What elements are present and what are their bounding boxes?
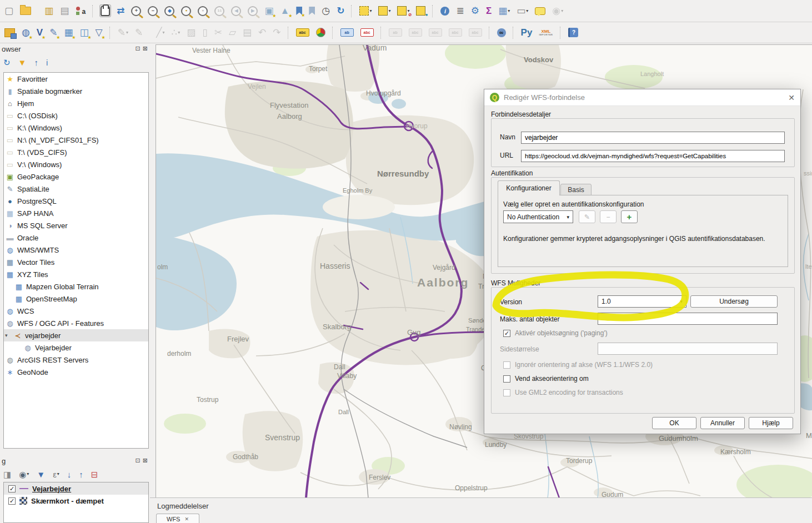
help-button[interactable]: Hjælp xyxy=(749,417,793,429)
zoom-native-resolution-button[interactable]: 1:1 xyxy=(213,5,225,17)
dialog-close-button[interactable]: ✕ xyxy=(788,93,795,102)
select-features-button[interactable]: ▾ xyxy=(358,5,373,17)
digitize-segment-dropdown-icon[interactable]: ▾ xyxy=(162,31,164,35)
invert-axis-checkbox[interactable] xyxy=(503,375,510,383)
digitize-segment-button[interactable]: ╱▾ xyxy=(155,27,166,38)
cancel-button[interactable]: Annuller xyxy=(700,417,745,429)
browser-item-t-vds-cifs[interactable]: ▭T:\ (VDS_CIFS) xyxy=(4,146,148,158)
show-spatial-bookmarks-button[interactable] xyxy=(308,6,316,16)
auth-edit-button[interactable]: ✎ xyxy=(579,210,595,223)
measure-button[interactable]: ▭▾ xyxy=(515,5,529,17)
layers-panel-close-button[interactable]: ⊠ xyxy=(143,457,148,464)
vertex-tool-dropdown-icon[interactable]: ▾ xyxy=(178,31,180,35)
run-feature-action-button[interactable]: ◉▾ xyxy=(551,5,564,17)
max-features-input[interactable] xyxy=(598,313,778,325)
auth-add-button[interactable]: + xyxy=(621,210,638,223)
log-tab-wfs[interactable]: WFS ✕ xyxy=(156,514,199,523)
layer-visibility-checkbox[interactable]: ✓ xyxy=(8,485,16,492)
layer-visibility-checkbox[interactable]: ✓ xyxy=(8,497,16,505)
layer-diagram-options-button[interactable] xyxy=(315,27,327,38)
select-features-by-value-button[interactable]: ▾ xyxy=(377,5,392,17)
data-source-manager-button[interactable] xyxy=(3,27,16,38)
refresh-map-button[interactable]: ↻ xyxy=(335,5,345,17)
add-ogc-layer-button[interactable]: ◍★ xyxy=(21,27,31,38)
toggle-editing-button[interactable]: ✎ xyxy=(134,27,144,38)
expander-icon[interactable]: ▾ xyxy=(5,333,11,338)
undo-button[interactable]: ↶ xyxy=(257,27,267,38)
tab-configurations[interactable]: Konfigurationer xyxy=(498,180,560,195)
tab-basic[interactable]: Basis xyxy=(560,184,592,195)
select-features-dropdown-icon[interactable]: ▾ xyxy=(369,9,372,13)
browser-refresh-button[interactable]: ↻ xyxy=(2,57,12,68)
save-layer-edits-button[interactable] xyxy=(148,32,151,34)
browser-item-vejarbejder[interactable]: ▾≺vejarbejder xyxy=(4,329,148,341)
new-print-layout-button[interactable]: ▥ xyxy=(43,5,54,17)
measure-dropdown-icon[interactable]: ▾ xyxy=(526,9,528,13)
layers-panel-float-button[interactable]: ⊡ xyxy=(136,457,141,464)
temporal-controller-button[interactable]: ◷ xyxy=(320,5,331,17)
project-open-button[interactable] xyxy=(19,6,32,16)
pin-labels-button[interactable]: ab xyxy=(339,27,355,38)
auth-config-select[interactable]: No Authentication ▾ xyxy=(503,210,573,223)
browser-item-spatiale-bogmærker[interactable]: ▮Spatiale bogmærker xyxy=(4,85,148,97)
pan-map-button[interactable] xyxy=(99,4,111,17)
zoom-out-button[interactable]: − xyxy=(147,5,159,17)
copy-features-button[interactable]: ▱ xyxy=(228,27,237,38)
browser-item-wms-wmts[interactable]: ◍WMS/WMTS xyxy=(4,244,148,256)
new-spatial-bookmark-button[interactable]: ★ xyxy=(295,6,303,16)
browser-item-oracle[interactable]: ▬Oracle xyxy=(4,232,148,244)
new-3d-map-view-button[interactable]: ▲★ xyxy=(279,5,291,17)
zoom-full-extent-button[interactable]: ◆ xyxy=(163,5,176,17)
browser-item-geonode[interactable]: ∗GeoNode xyxy=(4,366,148,378)
browser-item-n-n-vdf-cifs01-fs[interactable]: ▭N:\ (N_VDF_CIFS01_FS) xyxy=(4,134,148,146)
manage-map-themes-dropdown-icon[interactable]: ▾ xyxy=(27,472,29,476)
zoom-to-layer-button[interactable]: ▫ xyxy=(197,5,209,17)
dialog-titlebar[interactable]: Q Redigér WFS-forbindelse ✕ xyxy=(484,89,800,106)
browser-item-favoritter[interactable]: ★Favoritter xyxy=(4,73,148,85)
remove-layer-button[interactable]: ⊟ xyxy=(90,469,99,480)
open-attribute-table-button[interactable]: ▦▾ xyxy=(497,5,511,17)
browser-item-mapzen-global-terrain[interactable]: ▦Mapzen Global Terrain xyxy=(4,280,148,293)
layer-item-vejarbejder[interactable]: ✓Vejarbejder xyxy=(4,482,148,495)
open-layer-styling-button[interactable]: ◨ xyxy=(2,469,12,480)
xml-importer-button[interactable]: XMLIMPORTER xyxy=(538,28,554,37)
browser-item-v-windows[interactable]: ▭V:\ (Windows) xyxy=(4,158,148,170)
browser-item-wcs[interactable]: ◍WCS xyxy=(4,305,148,317)
browser-item-vejarbejder[interactable]: ◍Vejarbejder xyxy=(4,341,148,354)
statistics-abacus-button[interactable]: ≣ xyxy=(455,5,465,17)
map-tips-button[interactable] xyxy=(534,6,547,16)
pan-to-selection-button[interactable]: ⇄ xyxy=(116,5,126,17)
current-edits-dropdown-icon[interactable]: ▾ xyxy=(126,31,128,35)
detect-version-button[interactable]: Undersøg xyxy=(690,295,778,308)
move-label-diagram-button[interactable]: ab xyxy=(388,27,403,38)
cut-features-button[interactable]: ✂ xyxy=(213,27,223,38)
paste-features-button[interactable]: ▤ xyxy=(242,27,253,38)
log-tab-close-icon[interactable]: ✕ xyxy=(184,516,189,522)
new-shapefile-layer-button[interactable]: ▽★ xyxy=(94,27,104,38)
filter-legend-button[interactable]: ▼ xyxy=(36,469,46,480)
browser-item-ms-sql-server[interactable]: ◑MS SQL Server xyxy=(4,219,148,232)
vertex-tool-button[interactable]: ∴▾ xyxy=(170,27,181,38)
browser-item-postgresql[interactable]: ●PostgreSQL xyxy=(4,195,148,207)
browser-collapse-all-button[interactable]: ↑ xyxy=(33,57,39,68)
redo-button[interactable]: ↷ xyxy=(272,27,282,38)
project-new-button[interactable]: ▢ xyxy=(3,5,14,17)
browser-properties-button[interactable]: i xyxy=(45,57,49,68)
browser-item-vector-tiles[interactable]: ▦Vector Tiles xyxy=(4,256,148,268)
ok-button[interactable]: OK xyxy=(652,417,696,429)
name-input[interactable] xyxy=(521,132,785,144)
show-hide-labels-button[interactable]: abc xyxy=(408,27,423,38)
select-features-by-value-dropdown-icon[interactable]: ▾ xyxy=(388,9,390,13)
add-mesh-layer-button[interactable]: ◫★ xyxy=(79,27,90,38)
select-by-location-button[interactable]: ● xyxy=(415,5,427,17)
osm-place-search-button[interactable]: ∞ xyxy=(496,27,507,38)
project-save-button[interactable] xyxy=(37,10,39,12)
deselect-features-button[interactable]: ⊘▾ xyxy=(396,5,410,17)
expand-all-button[interactable]: ↓ xyxy=(66,469,73,480)
filter-by-expression-button[interactable]: ε▾ xyxy=(52,469,61,480)
change-label-properties-button[interactable]: abc xyxy=(468,27,483,38)
layout-manager-button[interactable]: ▤ xyxy=(59,5,70,17)
current-edits-button[interactable]: ✎▾ xyxy=(117,27,129,38)
zoom-last-button[interactable]: ◀ xyxy=(230,5,242,17)
run-feature-action-dropdown-icon[interactable]: ▾ xyxy=(561,9,563,13)
